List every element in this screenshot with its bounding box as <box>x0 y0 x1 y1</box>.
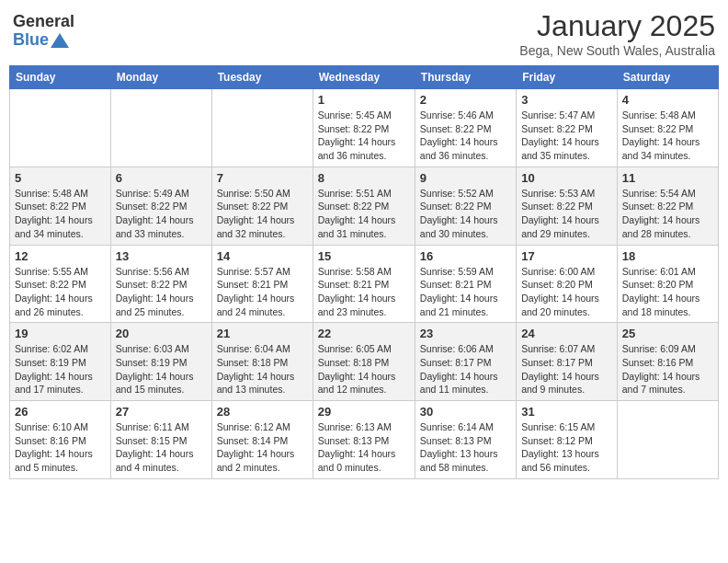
day-info: Sunrise: 5:48 AM Sunset: 8:22 PM Dayligh… <box>15 187 106 241</box>
calendar-cell: 15Sunrise: 5:58 AM Sunset: 8:21 PM Dayli… <box>313 245 415 323</box>
day-info: Sunrise: 5:57 AM Sunset: 8:21 PM Dayligh… <box>217 265 308 319</box>
day-number: 25 <box>622 327 713 340</box>
calendar-cell: 6Sunrise: 5:49 AM Sunset: 8:22 PM Daylig… <box>110 167 211 245</box>
day-info: Sunrise: 6:12 AM Sunset: 8:14 PM Dayligh… <box>217 420 308 475</box>
logo-blue: Blue <box>13 31 49 50</box>
day-number: 13 <box>116 249 207 263</box>
calendar-cell: 7Sunrise: 5:50 AM Sunset: 8:22 PM Daylig… <box>211 167 313 245</box>
day-info: Sunrise: 6:15 AM Sunset: 8:12 PM Dayligh… <box>521 420 612 475</box>
calendar-cell: 30Sunrise: 6:14 AM Sunset: 8:13 PM Dayli… <box>415 401 516 479</box>
calendar-cell: 5Sunrise: 5:48 AM Sunset: 8:22 PM Daylig… <box>10 167 111 245</box>
day-number: 12 <box>15 249 106 263</box>
day-info: Sunrise: 5:46 AM Sunset: 8:22 PM Dayligh… <box>420 109 511 163</box>
day-number: 21 <box>217 327 308 340</box>
day-number: 15 <box>318 249 410 263</box>
calendar-table: SundayMondayTuesdayWednesdayThursdayFrid… <box>9 65 719 479</box>
calendar-cell: 29Sunrise: 6:13 AM Sunset: 8:13 PM Dayli… <box>313 401 415 479</box>
calendar-cell: 10Sunrise: 5:53 AM Sunset: 8:22 PM Dayli… <box>517 167 618 245</box>
title-area: January 2025 Bega, New South Wales, Aust… <box>519 9 715 58</box>
day-number: 16 <box>420 249 511 263</box>
day-info: Sunrise: 6:14 AM Sunset: 8:13 PM Dayligh… <box>420 420 511 475</box>
calendar-cell: 16Sunrise: 5:59 AM Sunset: 8:21 PM Dayli… <box>415 245 516 323</box>
logo-triangle-icon <box>51 31 69 50</box>
day-number: 7 <box>217 171 308 185</box>
day-number: 22 <box>318 327 410 340</box>
day-info: Sunrise: 5:47 AM Sunset: 8:22 PM Dayligh… <box>521 109 612 163</box>
calendar-cell <box>211 89 313 167</box>
calendar-cell: 19Sunrise: 6:02 AM Sunset: 8:19 PM Dayli… <box>10 323 111 401</box>
day-number: 28 <box>217 405 308 419</box>
day-number: 23 <box>420 327 511 340</box>
day-info: Sunrise: 6:13 AM Sunset: 8:13 PM Dayligh… <box>318 420 410 475</box>
calendar-cell <box>110 89 211 167</box>
weekday-header-row: SundayMondayTuesdayWednesdayThursdayFrid… <box>10 66 719 89</box>
weekday-header-saturday: Saturday <box>617 66 718 89</box>
calendar-cell: 14Sunrise: 5:57 AM Sunset: 8:21 PM Dayli… <box>211 245 313 323</box>
day-info: Sunrise: 6:10 AM Sunset: 8:16 PM Dayligh… <box>15 420 106 475</box>
weekday-header-tuesday: Tuesday <box>211 66 313 89</box>
day-info: Sunrise: 6:11 AM Sunset: 8:15 PM Dayligh… <box>116 420 207 475</box>
calendar-cell: 18Sunrise: 6:01 AM Sunset: 8:20 PM Dayli… <box>617 245 718 323</box>
calendar-cell: 21Sunrise: 6:04 AM Sunset: 8:18 PM Dayli… <box>211 323 313 401</box>
day-info: Sunrise: 5:58 AM Sunset: 8:21 PM Dayligh… <box>318 265 410 319</box>
day-info: Sunrise: 6:07 AM Sunset: 8:17 PM Dayligh… <box>521 342 612 396</box>
day-number: 29 <box>318 405 410 419</box>
day-number: 6 <box>116 171 207 185</box>
calendar-cell: 27Sunrise: 6:11 AM Sunset: 8:15 PM Dayli… <box>110 401 211 479</box>
day-info: Sunrise: 5:51 AM Sunset: 8:22 PM Dayligh… <box>318 187 410 241</box>
day-number: 8 <box>318 171 410 185</box>
day-info: Sunrise: 6:09 AM Sunset: 8:16 PM Dayligh… <box>622 342 713 396</box>
calendar-cell: 13Sunrise: 5:56 AM Sunset: 8:22 PM Dayli… <box>110 245 211 323</box>
calendar-cell: 23Sunrise: 6:06 AM Sunset: 8:17 PM Dayli… <box>415 323 516 401</box>
day-number: 31 <box>521 405 612 419</box>
day-number: 4 <box>622 93 713 107</box>
day-info: Sunrise: 5:50 AM Sunset: 8:22 PM Dayligh… <box>217 187 308 241</box>
week-row-5: 26Sunrise: 6:10 AM Sunset: 8:16 PM Dayli… <box>10 401 719 479</box>
day-number: 11 <box>622 171 713 185</box>
day-info: Sunrise: 5:53 AM Sunset: 8:22 PM Dayligh… <box>521 187 612 241</box>
day-number: 30 <box>420 405 511 419</box>
calendar-cell: 4Sunrise: 5:48 AM Sunset: 8:22 PM Daylig… <box>617 89 718 167</box>
calendar-cell: 20Sunrise: 6:03 AM Sunset: 8:19 PM Dayli… <box>110 323 211 401</box>
calendar-cell <box>10 89 111 167</box>
calendar-cell: 2Sunrise: 5:46 AM Sunset: 8:22 PM Daylig… <box>415 89 516 167</box>
day-number: 27 <box>116 405 207 419</box>
calendar-cell: 22Sunrise: 6:05 AM Sunset: 8:18 PM Dayli… <box>313 323 415 401</box>
day-number: 24 <box>521 327 612 340</box>
logo: General Blue <box>13 13 74 50</box>
day-info: Sunrise: 5:52 AM Sunset: 8:22 PM Dayligh… <box>420 187 511 241</box>
day-info: Sunrise: 5:54 AM Sunset: 8:22 PM Dayligh… <box>622 187 713 241</box>
week-row-2: 5Sunrise: 5:48 AM Sunset: 8:22 PM Daylig… <box>10 167 719 245</box>
location-title: Bega, New South Wales, Australia <box>519 43 715 58</box>
day-info: Sunrise: 5:49 AM Sunset: 8:22 PM Dayligh… <box>116 187 207 241</box>
day-info: Sunrise: 5:59 AM Sunset: 8:21 PM Dayligh… <box>420 265 511 319</box>
weekday-header-wednesday: Wednesday <box>313 66 415 89</box>
day-number: 10 <box>521 171 612 185</box>
calendar-cell: 11Sunrise: 5:54 AM Sunset: 8:22 PM Dayli… <box>617 167 718 245</box>
day-info: Sunrise: 6:00 AM Sunset: 8:20 PM Dayligh… <box>521 265 612 319</box>
day-number: 17 <box>521 249 612 263</box>
logo-general: General <box>13 13 74 31</box>
calendar-cell: 26Sunrise: 6:10 AM Sunset: 8:16 PM Dayli… <box>10 401 111 479</box>
svg-marker-0 <box>51 33 69 48</box>
day-info: Sunrise: 6:03 AM Sunset: 8:19 PM Dayligh… <box>116 342 207 396</box>
week-row-1: 1Sunrise: 5:45 AM Sunset: 8:22 PM Daylig… <box>10 89 719 167</box>
day-info: Sunrise: 5:55 AM Sunset: 8:22 PM Dayligh… <box>15 265 106 319</box>
day-info: Sunrise: 6:02 AM Sunset: 8:19 PM Dayligh… <box>15 342 106 396</box>
calendar-cell: 9Sunrise: 5:52 AM Sunset: 8:22 PM Daylig… <box>415 167 516 245</box>
calendar-cell: 8Sunrise: 5:51 AM Sunset: 8:22 PM Daylig… <box>313 167 415 245</box>
day-number: 20 <box>116 327 207 340</box>
weekday-header-monday: Monday <box>110 66 211 89</box>
calendar-cell: 17Sunrise: 6:00 AM Sunset: 8:20 PM Dayli… <box>517 245 618 323</box>
page-header: General Blue January 2025 Bega, New Sout… <box>9 9 719 58</box>
calendar-cell: 24Sunrise: 6:07 AM Sunset: 8:17 PM Dayli… <box>517 323 618 401</box>
weekday-header-sunday: Sunday <box>10 66 111 89</box>
day-info: Sunrise: 5:48 AM Sunset: 8:22 PM Dayligh… <box>622 109 713 163</box>
day-number: 3 <box>521 93 612 107</box>
weekday-header-thursday: Thursday <box>415 66 516 89</box>
day-number: 9 <box>420 171 511 185</box>
week-row-4: 19Sunrise: 6:02 AM Sunset: 8:19 PM Dayli… <box>10 323 719 401</box>
week-row-3: 12Sunrise: 5:55 AM Sunset: 8:22 PM Dayli… <box>10 245 719 323</box>
day-number: 18 <box>622 249 713 263</box>
calendar-cell: 25Sunrise: 6:09 AM Sunset: 8:16 PM Dayli… <box>617 323 718 401</box>
